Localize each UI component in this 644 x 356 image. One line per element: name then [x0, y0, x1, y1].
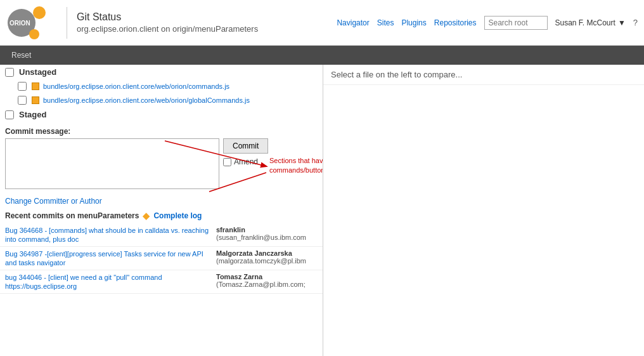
commit-author-email-3: (Tomasz.Zarna@pl.ibm.com;: [216, 280, 318, 288]
complete-log-link[interactable]: Complete log: [153, 211, 202, 220]
commit-msg-link-1[interactable]: Bug 364668 - [commands] what should be i…: [5, 227, 209, 243]
staged-checkbox[interactable]: [5, 110, 14, 119]
unstaged-label: Unstaged: [19, 67, 56, 77]
commit-author-1: sfranklin (susan_franklin@us.ibm.com: [216, 226, 318, 244]
recent-commits-header: Recent commits on menuParameters ◆ Compl…: [0, 208, 323, 223]
commit-row-3[interactable]: bug 344046 - [client] we need a git "pul…: [0, 270, 323, 294]
branch-icon: ◆: [143, 211, 150, 221]
page-title: Git Status: [77, 11, 337, 23]
commit-msg-2: Bug 364987 -[client][progress service] T…: [5, 249, 216, 267]
commit-inner: Commit Amend: [5, 138, 318, 189]
file-item-2[interactable]: bundles/org.eclipse.orion.client.core/we…: [0, 93, 323, 107]
commit-author-3: Tomasz Zarna (Tomasz.Zarna@pl.ibm.com;: [216, 273, 318, 291]
commit-author-name-3: Tomasz Zarna: [216, 273, 318, 280]
commit-area: Commit message: Commit Amend: [0, 122, 323, 194]
header: ORION Git Status org.eclipse.orion.clien…: [0, 0, 644, 46]
unstaged-checkbox[interactable]: [5, 68, 14, 77]
commit-row-2[interactable]: Bug 364987 -[client][progress service] T…: [0, 247, 323, 270]
staged-label: Staged: [19, 110, 46, 119]
commit-message-label: Commit message:: [5, 127, 318, 136]
nav-repositories[interactable]: Repositories: [434, 18, 477, 27]
nav-navigator[interactable]: Navigator: [337, 18, 369, 27]
header-nav: Navigator Sites Plugins Repositories Sus…: [337, 16, 638, 30]
commit-author-2: Malgorzata Janczarska (malgorzata.tomczy…: [216, 249, 318, 267]
commit-msg-1: Bug 364668 - [commands] what should be i…: [5, 226, 216, 244]
unstaged-section-header[interactable]: Unstaged: [0, 65, 323, 79]
file-icon-2: [30, 95, 41, 105]
commit-button[interactable]: Commit: [223, 138, 268, 154]
commit-author-email-2: (malgorzata.tomczyk@pl.ibm: [216, 257, 318, 265]
file-link-1[interactable]: bundles/org.eclipse.orion.client.core/we…: [43, 82, 229, 90]
commit-msg-3: bug 344046 - [client] we need a git "pul…: [5, 273, 216, 291]
header-title-block: Git Status org.eclipse.orion.client on o…: [77, 11, 337, 34]
amend-label: Amend: [234, 157, 258, 166]
commit-author-email-1: (susan_franklin@us.ibm.com: [216, 234, 318, 241]
amend-checkbox[interactable]: [223, 158, 231, 166]
svg-point-2: [33, 6, 46, 19]
commit-right: Commit Amend: [223, 138, 268, 189]
left-scroll[interactable]: Unstaged bundles/org.eclipse.orion.clien…: [0, 65, 323, 356]
header-divider: [67, 7, 67, 39]
right-panel-header: Select a file on the left to compare...: [323, 65, 644, 85]
commit-author-name-1: sfranklin: [216, 226, 318, 234]
change-committer-link[interactable]: Change Committer or Author: [0, 194, 323, 208]
left-panel: Unstaged bundles/org.eclipse.orion.clien…: [0, 65, 323, 356]
commit-msg-link-3[interactable]: bug 344046 - [client] we need a git "pul…: [5, 274, 162, 290]
page-subtitle: org.eclipse.orion.client on origin/menuP…: [77, 24, 337, 34]
right-scroll[interactable]: [323, 85, 644, 356]
file-checkbox-1[interactable]: [18, 82, 27, 91]
right-panel: Select a file on the left to compare...: [323, 65, 644, 356]
user-name: Susan F. McCourt: [555, 18, 615, 27]
nav-plugins[interactable]: Plugins: [401, 18, 426, 27]
reset-button[interactable]: Reset: [6, 49, 36, 61]
commit-row-1[interactable]: Bug 364668 - [commands] what should be i…: [0, 223, 323, 247]
search-input[interactable]: [484, 16, 548, 30]
user-menu[interactable]: Susan F. McCourt ▼: [555, 18, 626, 27]
commit-message-input[interactable]: [5, 138, 219, 189]
amend-row: Amend: [223, 157, 268, 166]
toolbar: Reset: [0, 46, 644, 65]
file-icon-1: [30, 81, 41, 91]
nav-sites[interactable]: Sites: [377, 18, 394, 27]
file-link-2[interactable]: bundles/org.eclipse.orion.client.core/we…: [43, 96, 250, 104]
help-button[interactable]: ?: [633, 18, 638, 27]
file-checkbox-2[interactable]: [18, 96, 27, 105]
svg-point-3: [29, 29, 39, 39]
user-dropdown-icon[interactable]: ▼: [618, 18, 626, 27]
main-container: Unstaged bundles/org.eclipse.orion.clien…: [0, 65, 644, 356]
commit-author-name-2: Malgorzata Janczarska: [216, 249, 318, 257]
logo: ORION: [6, 4, 52, 42]
recent-commits-label: Recent commits on menuParameters: [5, 211, 139, 220]
file-item[interactable]: bundles/org.eclipse.orion.client.core/we…: [0, 79, 323, 93]
staged-section-header[interactable]: Staged: [0, 107, 323, 122]
commit-msg-link-2[interactable]: Bug 364987 -[client][progress service] T…: [5, 250, 203, 267]
svg-text:ORION: ORION: [10, 20, 30, 27]
